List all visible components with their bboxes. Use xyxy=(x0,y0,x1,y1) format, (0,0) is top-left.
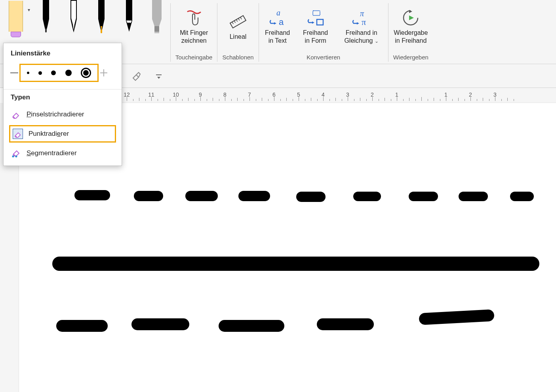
svg-rect-3 xyxy=(154,26,159,32)
svg-line-9 xyxy=(240,17,242,19)
ribbon-group-stencils: Lineal Schablonen xyxy=(217,0,258,64)
replay-icon xyxy=(401,8,420,27)
svg-line-8 xyxy=(238,18,240,20)
thickness-increase[interactable] xyxy=(99,69,109,76)
ink-replay-button[interactable]: Wiedergabe in Freihand xyxy=(394,8,428,45)
svg-rect-4 xyxy=(230,15,246,28)
pen-white[interactable] xyxy=(63,0,84,34)
chevron-down-icon[interactable]: ▾ xyxy=(28,7,30,13)
format-painter-icon[interactable] xyxy=(131,70,143,82)
eraser-type-stroke[interactable]: Pinselstrichradierer xyxy=(4,105,122,124)
eraser-type-segment[interactable]: Segmentradierer xyxy=(4,144,122,162)
thickness-title: Linienstärke xyxy=(4,49,122,61)
svg-rect-1 xyxy=(101,29,102,33)
svg-rect-14 xyxy=(317,19,323,25)
svg-rect-2 xyxy=(152,0,162,19)
eraser-options-popup: Linienstärke Typen Pinselstrichradierer xyxy=(3,43,122,166)
ruler-icon xyxy=(229,13,247,31)
eraser-point-icon xyxy=(13,129,23,139)
chevron-down-icon: ⌄ xyxy=(375,38,379,44)
ribbon-group-replay: Wiedergabe in Freihand Wiedergeben xyxy=(388,0,433,64)
eraser-type-point-highlighted[interactable]: Punktradierer xyxy=(9,125,116,143)
eraser-type-point-label: Punktradierer xyxy=(29,130,69,138)
toolbar-overflow-icon[interactable] xyxy=(154,72,163,80)
svg-marker-16 xyxy=(357,22,359,25)
thickness-options-highlighted xyxy=(19,64,99,82)
thickness-row xyxy=(4,61,122,88)
group-caption-convert: Konvertieren xyxy=(307,51,340,62)
svg-point-25 xyxy=(12,156,14,158)
svg-marker-11 xyxy=(274,22,276,25)
svg-marker-13 xyxy=(312,21,314,24)
highlighter-gray[interactable] xyxy=(147,0,167,34)
eraser-type-segment-label: Segmentradierer xyxy=(27,149,77,157)
eraser-segment-icon xyxy=(11,148,21,158)
ink-to-text-icon: a a xyxy=(268,9,288,27)
types-title: Typen xyxy=(4,93,122,105)
finger-draw-button[interactable]: Mit Finger zeichnen xyxy=(180,8,208,45)
finger-draw-icon xyxy=(185,9,203,27)
thickness-5-selected[interactable] xyxy=(81,68,91,78)
svg-text:a: a xyxy=(279,17,284,27)
thickness-3[interactable] xyxy=(51,70,56,75)
pen-yellow[interactable] xyxy=(91,0,112,34)
svg-line-5 xyxy=(232,22,233,24)
thickness-2[interactable] xyxy=(38,71,42,75)
group-caption-stencils: Schablonen xyxy=(222,51,253,62)
eraser-tool[interactable]: ▾ xyxy=(3,0,29,37)
svg-marker-19 xyxy=(409,15,414,20)
ink-to-shape-icon xyxy=(306,9,326,27)
svg-text:a: a xyxy=(276,9,280,17)
eraser-type-stroke-label: Pinselstrichradierer xyxy=(27,110,84,118)
pencil-black[interactable] xyxy=(119,0,139,34)
ribbon-group-touch: Mit Finger zeichnen Toucheingabe xyxy=(171,0,217,64)
thickness-decrease[interactable] xyxy=(9,72,19,74)
thickness-4[interactable] xyxy=(65,70,72,76)
eraser-stroke-icon xyxy=(11,109,21,120)
group-caption-touch: Toucheingabe xyxy=(175,51,212,62)
svg-rect-0 xyxy=(45,29,47,32)
thickness-1[interactable] xyxy=(27,72,29,74)
svg-marker-21 xyxy=(157,77,160,79)
ruler-button[interactable]: Lineal xyxy=(224,12,252,41)
ink-to-math-button[interactable]: π π Freihand in Gleichung ⌄ xyxy=(340,8,383,45)
svg-text:π: π xyxy=(362,17,366,27)
ink-to-text-button[interactable]: a a Freihand in Text xyxy=(264,8,291,45)
svg-text:π: π xyxy=(360,9,364,18)
ribbon-group-convert: a a Freihand in Text xyxy=(259,0,388,64)
ink-to-math-icon: π π xyxy=(350,9,373,27)
svg-line-6 xyxy=(234,21,235,23)
svg-point-26 xyxy=(15,156,17,158)
pen-black[interactable] xyxy=(36,0,56,34)
ink-to-shape-button[interactable]: Freihand in Form xyxy=(302,8,329,45)
group-caption-replay: Wiedergeben xyxy=(393,51,428,62)
svg-line-7 xyxy=(236,19,238,21)
